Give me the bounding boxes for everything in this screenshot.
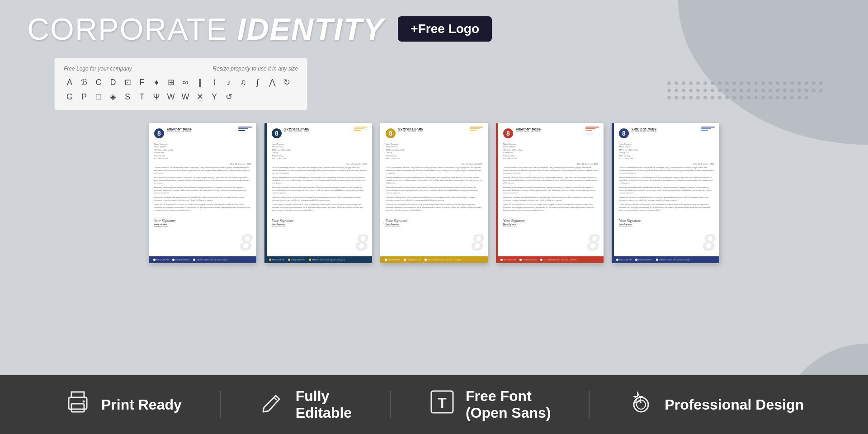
doc-sig-cursive: Your Signature [154,219,251,223]
logo-panel: Free Logo for your company Resize proper… [54,58,307,110]
doc-sig-title: Managing Executive [272,225,367,227]
doc-paragraph-5: Overall, the use of letterhead in a busi… [272,204,367,212]
doc-body: Name SurnameSenior Director123 Street ad… [380,141,488,215]
doc-footer: 000-123-456-789 enter@website.here 123 s… [264,256,372,263]
logo-icon: ∞ [179,76,191,88]
doc-header: 8 COMPANY NAME ENTER TAGLINE HERE [149,123,256,141]
logo-icon: P [78,91,90,103]
doc-paragraph-1: The use of letterhead in a business hold… [386,167,482,175]
logo-icon: ♪ [223,76,235,88]
fully-editable-label: FullyEditable [296,388,352,421]
document-card-2: 8 COMPANY NAME ENTER TAGLINE HERE Name S… [264,123,372,263]
doc-paragraph-2: Secondly, letterheads serve as powerful … [272,177,367,185]
logo-icon: W [165,91,177,103]
doc-footer-email: enter@website.here [519,259,537,261]
feature-fully-editable: FullyEditable [259,388,352,421]
doc-paragraph-5: Overall, the use of letterhead in a busi… [619,204,714,212]
doc-sender-info: Name SurnameSenior Director123 Street ad… [272,143,367,160]
doc-left-bar [612,123,614,263]
doc-paragraph-5: Overall, the use of letterhead in a busi… [503,204,598,212]
doc-footer-address: 123 street address here, city name, coun… [540,259,576,261]
feature-professional-design: Professional Design [627,388,804,421]
document-card-3: 8 COMPANY NAME ENTER TAGLINE HERE Name S… [380,123,488,263]
doc-paragraph-5: Overall, the use of letterhead in a busi… [386,204,482,212]
doc-watermark: 8 [240,231,253,254]
doc-sig-title: Managing Executive [386,225,482,227]
doc-paragraph-5: Overall, the use of letterhead in a busi… [154,204,251,212]
doc-accent-lines [470,127,483,131]
doc-paragraph-3: Additionally, letterheads provide essent… [503,187,598,195]
doc-footer: 000-123-456-789 enter@website.here 123 s… [380,256,488,263]
doc-signature-area: Your Signature Name Surname Managing Exe… [149,217,256,229]
documents-row: 8 COMPANY NAME ENTER TAGLINE HERE Name S… [27,123,841,263]
printer-icon [64,388,91,421]
doc-paragraph-3: Additionally, letterheads provide essent… [386,187,482,195]
doc-watermark: 8 [587,231,600,254]
feature-divider-3 [589,391,590,418]
logo-icon: ◈ [107,91,119,103]
doc-sig-title: Managing Executive [503,225,598,227]
logo-panel-right-label: Resize properly to use it in any size [212,66,298,72]
doc-footer-email: enter@website.here [288,259,305,261]
doc-paragraph-4: Furthermore, letterheads offer practical… [503,197,598,202]
logo-icon: ⋀ [266,76,278,88]
doc-sig-cursive: Your Signature [386,219,482,223]
doc-footer: 000-123-456-789 enter@website.here 123 s… [612,256,719,263]
logo-icon: ⌇ [208,76,220,88]
doc-paragraph-2: Secondly, letterheads serve as powerful … [619,177,714,185]
logo-icon: G [64,91,75,103]
doc-footer-phone: 000-123-456-789 [269,259,284,261]
doc-footer-address: 123 street address here, city name, coun… [309,259,345,261]
doc-footer-phone: 000-123-456-789 [616,259,632,261]
doc-date: Date: 12 September 2040 [386,163,482,165]
doc-paragraph-2: Secondly, letterheads serve as powerful … [154,177,251,185]
doc-date: Date: 12 September 2040 [272,163,367,165]
doc-footer-address: 123 street address here, city name, coun… [656,259,692,261]
svg-text:T: T [438,395,447,411]
dots-decoration [667,81,823,99]
logo-icon: ‖ [194,76,206,88]
doc-left-bar [496,123,498,263]
feature-free-font: T Free Font(Open Sans) [429,388,551,421]
logo-icon: A [64,76,75,88]
doc-footer-address: 123 street address here, city name, coun… [193,259,229,261]
free-font-label: Free Font(Open Sans) [466,388,551,421]
doc-paragraph-1: The use of letterhead in a business hold… [619,167,714,175]
doc-date: Date: 12 September 2040 [154,163,251,165]
doc-paragraph-4: Furthermore, letterheads offer practical… [154,197,251,202]
doc-paragraph-2: Secondly, letterheads serve as powerful … [503,177,598,185]
doc-date: Date: 12 September 2040 [619,163,714,165]
professional-design-label: Professional Design [665,396,804,413]
doc-logo: 8 [386,128,396,138]
page-title: CORPORATE IDENTITY [27,14,384,44]
doc-sender-info: Name SurnameSenior Director123 Street ad… [503,143,598,160]
doc-body: Name SurnameSenior Director123 Street ad… [496,141,604,215]
logo-icon: ⊞ [165,76,177,88]
logo-icon: T [136,91,148,103]
doc-paragraph-1: The use of letterhead in a business hold… [503,167,598,175]
doc-signature-area: Your Signature Name Surname Managing Exe… [496,217,604,229]
logo-icon: ♫ [237,76,249,88]
doc-paragraph-1: The use of letterhead in a business hold… [272,167,367,175]
doc-sender-info: Name SurnameSenior Director123 Street ad… [386,143,482,160]
doc-logo: 8 [154,128,164,138]
doc-watermark: 8 [471,231,484,254]
logo-icon: Y [208,91,220,103]
doc-footer-phone: 000-123-456-789 [153,259,169,261]
doc-header: 8 COMPANY NAME ENTER TAGLINE HERE [264,123,372,141]
svg-rect-1 [71,404,84,412]
document-card-5: 8 COMPANY NAME ENTER TAGLINE HERE Name S… [612,123,719,263]
features-bar: Print Ready FullyEditable T Free Font(Op… [0,375,868,434]
doc-header: 8 COMPANY NAME ENTER TAGLINE HERE [612,123,719,141]
doc-date: Date: 12 September 2040 [503,163,598,165]
logo-icon: D [107,76,119,88]
doc-watermark: 8 [703,231,716,254]
feature-divider-1 [220,391,221,418]
font-icon: T [429,388,456,421]
logo-icon: ↺ [223,91,235,103]
logo-icon: W [179,91,191,103]
doc-paragraph-3: Additionally, letterheads provide essent… [154,187,251,195]
logo-icon: □ [93,91,104,103]
title-part2: IDENTITY [237,12,385,46]
logo-icon: S [122,91,133,103]
